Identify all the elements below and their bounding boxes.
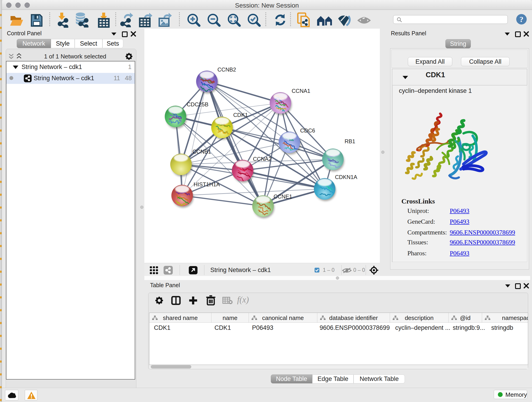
svg-text:?: ?	[520, 15, 524, 24]
svg-text:CDC25B: CDC25B	[187, 101, 209, 108]
svg-text:CCNB2: CCNB2	[217, 66, 236, 73]
svg-text:CCNA2: CCNA2	[253, 156, 272, 162]
svg-text:CCNB1: CCNB1	[192, 148, 211, 155]
svg-text:HIST1H1A: HIST1H1A	[194, 181, 220, 187]
svg-text:RB1: RB1	[345, 138, 355, 144]
svg-text:CDKN1A: CDKN1A	[335, 174, 357, 180]
svg-text:CDC6: CDC6	[300, 128, 315, 134]
svg-text:CCNE1: CCNE1	[273, 193, 292, 200]
svg-text:CDK1: CDK1	[233, 112, 248, 118]
svg-text:CCNA1: CCNA1	[292, 88, 310, 94]
